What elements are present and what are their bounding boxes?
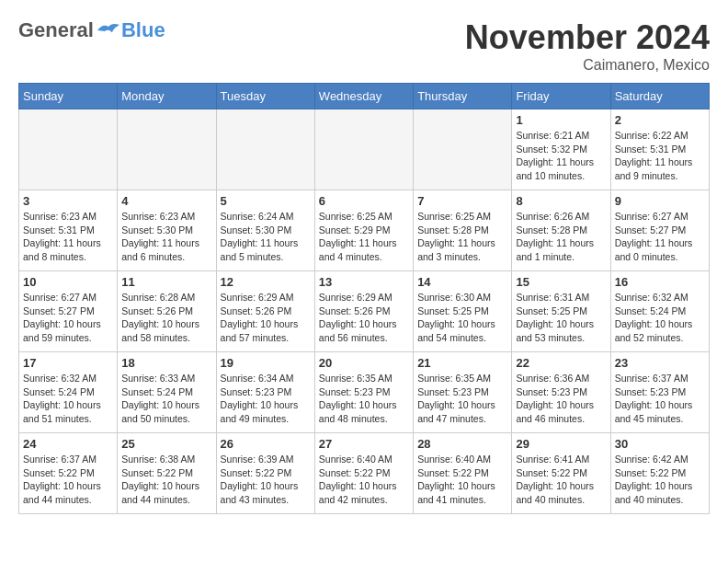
calendar-cell: 22Sunrise: 6:36 AMSunset: 5:23 PMDayligh…: [512, 352, 610, 433]
day-info: Sunrise: 6:24 AMSunset: 5:30 PMDaylight:…: [221, 210, 311, 264]
day-info: Sunrise: 6:34 AMSunset: 5:23 PMDaylight:…: [221, 372, 311, 426]
calendar-cell: 23Sunrise: 6:37 AMSunset: 5:23 PMDayligh…: [610, 352, 709, 433]
location-subtitle: Caimanero, Mexico: [465, 57, 710, 74]
day-number: 1: [516, 113, 606, 127]
calendar-cell: 20Sunrise: 6:35 AMSunset: 5:23 PMDayligh…: [314, 352, 413, 433]
logo-general-text: General: [18, 18, 94, 42]
calendar-cell: 12Sunrise: 6:29 AMSunset: 5:26 PMDayligh…: [216, 271, 314, 352]
day-number: 8: [516, 194, 606, 208]
calendar-cell: [118, 109, 216, 190]
day-info: Sunrise: 6:32 AMSunset: 5:24 PMDaylight:…: [615, 291, 705, 345]
day-number: 5: [221, 194, 311, 208]
day-info: Sunrise: 6:31 AMSunset: 5:25 PMDaylight:…: [516, 291, 606, 345]
day-number: 9: [615, 194, 705, 208]
calendar-cell: 17Sunrise: 6:32 AMSunset: 5:24 PMDayligh…: [19, 352, 118, 433]
day-info: Sunrise: 6:39 AMSunset: 5:22 PMDaylight:…: [221, 453, 311, 507]
column-header-sunday: Sunday: [19, 84, 118, 109]
day-info: Sunrise: 6:29 AMSunset: 5:26 PMDaylight:…: [221, 291, 311, 345]
day-info: Sunrise: 6:27 AMSunset: 5:27 PMDaylight:…: [23, 291, 113, 345]
day-number: 30: [615, 437, 705, 451]
day-info: Sunrise: 6:37 AMSunset: 5:23 PMDaylight:…: [615, 372, 705, 426]
column-header-monday: Monday: [118, 84, 216, 109]
day-info: Sunrise: 6:41 AMSunset: 5:22 PMDaylight:…: [516, 453, 606, 507]
column-header-thursday: Thursday: [414, 84, 512, 109]
column-header-saturday: Saturday: [610, 84, 709, 109]
day-info: Sunrise: 6:30 AMSunset: 5:25 PMDaylight:…: [417, 291, 507, 345]
day-info: Sunrise: 6:28 AMSunset: 5:26 PMDaylight:…: [121, 291, 211, 345]
title-block: November 2024 Caimanero, Mexico: [465, 18, 710, 74]
day-number: 29: [516, 437, 606, 451]
calendar-cell: 24Sunrise: 6:37 AMSunset: 5:22 PMDayligh…: [19, 433, 118, 514]
day-number: 27: [319, 437, 409, 451]
calendar-cell: 5Sunrise: 6:24 AMSunset: 5:30 PMDaylight…: [216, 190, 314, 271]
day-number: 3: [23, 194, 113, 208]
logo-blue-text: Blue: [121, 18, 165, 42]
calendar-cell: 11Sunrise: 6:28 AMSunset: 5:26 PMDayligh…: [118, 271, 216, 352]
day-info: Sunrise: 6:23 AMSunset: 5:31 PMDaylight:…: [23, 210, 113, 264]
day-number: 6: [319, 194, 409, 208]
calendar-cell: 1Sunrise: 6:21 AMSunset: 5:32 PMDaylight…: [512, 109, 610, 190]
logo: General Blue: [18, 18, 165, 42]
day-info: Sunrise: 6:40 AMSunset: 5:22 PMDaylight:…: [319, 453, 409, 507]
calendar-cell: 26Sunrise: 6:39 AMSunset: 5:22 PMDayligh…: [216, 433, 314, 514]
day-number: 13: [319, 275, 409, 289]
page-header: General Blue November 2024 Caimanero, Me…: [18, 18, 710, 74]
day-number: 18: [121, 356, 211, 370]
calendar-week-row: 24Sunrise: 6:37 AMSunset: 5:22 PMDayligh…: [19, 433, 710, 514]
day-number: 20: [319, 356, 409, 370]
day-info: Sunrise: 6:40 AMSunset: 5:22 PMDaylight:…: [417, 453, 507, 507]
calendar-cell: 4Sunrise: 6:23 AMSunset: 5:30 PMDaylight…: [118, 190, 216, 271]
day-info: Sunrise: 6:32 AMSunset: 5:24 PMDaylight:…: [23, 372, 113, 426]
column-header-tuesday: Tuesday: [216, 84, 314, 109]
calendar-week-row: 1Sunrise: 6:21 AMSunset: 5:32 PMDaylight…: [19, 109, 710, 190]
calendar-cell: 18Sunrise: 6:33 AMSunset: 5:24 PMDayligh…: [118, 352, 216, 433]
day-info: Sunrise: 6:27 AMSunset: 5:27 PMDaylight:…: [615, 210, 705, 264]
day-number: 12: [221, 275, 311, 289]
day-info: Sunrise: 6:25 AMSunset: 5:29 PMDaylight:…: [319, 210, 409, 264]
calendar-header-row: SundayMondayTuesdayWednesdayThursdayFrid…: [19, 84, 710, 109]
calendar-cell: 29Sunrise: 6:41 AMSunset: 5:22 PMDayligh…: [512, 433, 610, 514]
calendar-cell: 8Sunrise: 6:26 AMSunset: 5:28 PMDaylight…: [512, 190, 610, 271]
day-info: Sunrise: 6:38 AMSunset: 5:22 PMDaylight:…: [121, 453, 211, 507]
column-header-friday: Friday: [512, 84, 610, 109]
month-title: November 2024: [465, 18, 710, 57]
day-number: 15: [516, 275, 606, 289]
calendar-table: SundayMondayTuesdayWednesdayThursdayFrid…: [18, 83, 710, 514]
calendar-cell: 14Sunrise: 6:30 AMSunset: 5:25 PMDayligh…: [414, 271, 512, 352]
calendar-cell: 3Sunrise: 6:23 AMSunset: 5:31 PMDaylight…: [19, 190, 118, 271]
day-number: 16: [615, 275, 705, 289]
day-info: Sunrise: 6:26 AMSunset: 5:28 PMDaylight:…: [516, 210, 606, 264]
calendar-week-row: 10Sunrise: 6:27 AMSunset: 5:27 PMDayligh…: [19, 271, 710, 352]
calendar-cell: 13Sunrise: 6:29 AMSunset: 5:26 PMDayligh…: [314, 271, 413, 352]
calendar-cell: [314, 109, 413, 190]
day-number: 25: [121, 437, 211, 451]
day-info: Sunrise: 6:21 AMSunset: 5:32 PMDaylight:…: [516, 129, 606, 183]
day-info: Sunrise: 6:22 AMSunset: 5:31 PMDaylight:…: [615, 129, 705, 183]
day-info: Sunrise: 6:23 AMSunset: 5:30 PMDaylight:…: [121, 210, 211, 264]
calendar-week-row: 17Sunrise: 6:32 AMSunset: 5:24 PMDayligh…: [19, 352, 710, 433]
day-number: 17: [23, 356, 113, 370]
day-number: 26: [221, 437, 311, 451]
day-number: 28: [417, 437, 507, 451]
day-number: 7: [417, 194, 507, 208]
day-info: Sunrise: 6:42 AMSunset: 5:22 PMDaylight:…: [615, 453, 705, 507]
day-info: Sunrise: 6:33 AMSunset: 5:24 PMDaylight:…: [121, 372, 211, 426]
calendar-cell: [414, 109, 512, 190]
day-number: 14: [417, 275, 507, 289]
calendar-week-row: 3Sunrise: 6:23 AMSunset: 5:31 PMDaylight…: [19, 190, 710, 271]
calendar-cell: 2Sunrise: 6:22 AMSunset: 5:31 PMDaylight…: [610, 109, 709, 190]
day-info: Sunrise: 6:35 AMSunset: 5:23 PMDaylight:…: [417, 372, 507, 426]
day-info: Sunrise: 6:36 AMSunset: 5:23 PMDaylight:…: [516, 372, 606, 426]
day-number: 10: [23, 275, 113, 289]
day-number: 23: [615, 356, 705, 370]
calendar-cell: 28Sunrise: 6:40 AMSunset: 5:22 PMDayligh…: [414, 433, 512, 514]
calendar-cell: 19Sunrise: 6:34 AMSunset: 5:23 PMDayligh…: [216, 352, 314, 433]
calendar-cell: 25Sunrise: 6:38 AMSunset: 5:22 PMDayligh…: [118, 433, 216, 514]
day-number: 21: [417, 356, 507, 370]
day-info: Sunrise: 6:29 AMSunset: 5:26 PMDaylight:…: [319, 291, 409, 345]
day-number: 11: [121, 275, 211, 289]
day-info: Sunrise: 6:35 AMSunset: 5:23 PMDaylight:…: [319, 372, 409, 426]
day-number: 22: [516, 356, 606, 370]
day-number: 19: [221, 356, 311, 370]
column-header-wednesday: Wednesday: [314, 84, 413, 109]
